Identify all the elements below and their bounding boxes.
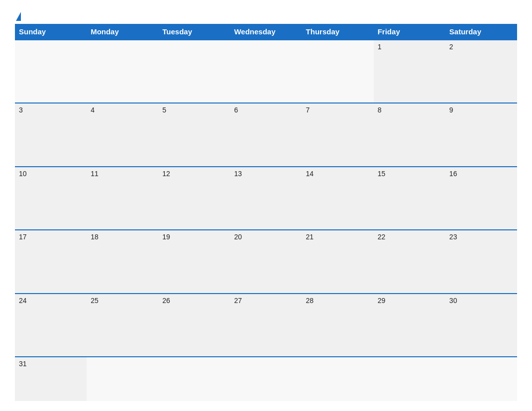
day-number: 16 xyxy=(449,170,513,178)
day-number: 28 xyxy=(306,297,370,305)
day-cell: 10 xyxy=(15,167,87,229)
day-cell: 17 xyxy=(15,230,87,293)
weeks-container: 1234567891011121314151617181920212223242… xyxy=(15,39,517,401)
day-number: 10 xyxy=(19,170,83,178)
day-cell: 8 xyxy=(374,103,445,166)
day-header-saturday: Saturday xyxy=(445,24,517,39)
week-row-1: 3456789 xyxy=(15,103,517,166)
day-cell xyxy=(15,40,87,103)
week-row-2: 10111213141516 xyxy=(15,166,517,229)
day-cell: 4 xyxy=(87,103,158,166)
day-cell: 19 xyxy=(158,230,230,293)
week-row-5: 31 xyxy=(15,356,517,401)
day-cell: 9 xyxy=(445,103,517,166)
day-cell: 21 xyxy=(302,230,374,293)
day-cell: 13 xyxy=(230,167,302,229)
day-headers-row: SundayMondayTuesdayWednesdayThursdayFrid… xyxy=(15,24,517,39)
day-number: 24 xyxy=(19,297,83,305)
day-header-monday: Monday xyxy=(87,24,158,39)
day-header-sunday: Sunday xyxy=(15,24,87,39)
day-number: 14 xyxy=(306,170,370,178)
day-cell xyxy=(445,357,517,401)
logo xyxy=(15,12,21,19)
day-cell: 22 xyxy=(374,230,445,293)
logo-top xyxy=(15,12,21,21)
day-number: 3 xyxy=(19,106,83,114)
calendar-page: SundayMondayTuesdayWednesdayThursdayFrid… xyxy=(0,0,532,411)
day-cell: 16 xyxy=(445,167,517,229)
day-cell xyxy=(87,40,158,103)
day-cell: 23 xyxy=(445,230,517,293)
day-number: 31 xyxy=(19,360,83,368)
day-cell xyxy=(158,357,230,401)
day-cell: 24 xyxy=(15,294,87,356)
day-cell: 14 xyxy=(302,167,374,229)
day-number: 1 xyxy=(378,43,441,51)
day-cell xyxy=(230,357,302,401)
day-cell: 3 xyxy=(15,103,87,166)
day-cell: 7 xyxy=(302,103,374,166)
day-number: 21 xyxy=(306,233,370,241)
day-number: 22 xyxy=(378,233,441,241)
day-cell xyxy=(87,357,158,401)
day-header-thursday: Thursday xyxy=(302,24,374,39)
day-number: 2 xyxy=(449,43,513,51)
day-cell: 2 xyxy=(445,40,517,103)
day-number: 20 xyxy=(234,233,298,241)
day-cell: 11 xyxy=(87,167,158,229)
day-cell: 15 xyxy=(374,167,445,229)
day-cell: 12 xyxy=(158,167,230,229)
day-cell: 18 xyxy=(87,230,158,293)
day-number: 17 xyxy=(19,233,83,241)
day-number: 15 xyxy=(378,170,441,178)
day-header-tuesday: Tuesday xyxy=(158,24,230,39)
day-cell xyxy=(302,40,374,103)
logo-triangle-icon xyxy=(16,12,21,21)
day-header-wednesday: Wednesday xyxy=(230,24,302,39)
week-row-3: 17181920212223 xyxy=(15,229,517,293)
day-cell: 1 xyxy=(374,40,445,103)
day-number: 4 xyxy=(91,106,154,114)
day-number: 12 xyxy=(162,170,226,178)
day-cell: 6 xyxy=(230,103,302,166)
day-number: 19 xyxy=(162,233,226,241)
day-number: 30 xyxy=(449,297,513,305)
day-cell: 29 xyxy=(374,294,445,356)
day-cell: 31 xyxy=(15,357,87,401)
day-cell: 30 xyxy=(445,294,517,356)
week-row-0: 12 xyxy=(15,39,517,103)
day-number: 11 xyxy=(91,170,154,178)
header xyxy=(15,10,517,19)
day-number: 5 xyxy=(162,106,226,114)
day-number: 27 xyxy=(234,297,298,305)
day-cell: 25 xyxy=(87,294,158,356)
day-number: 23 xyxy=(449,233,513,241)
day-cell: 20 xyxy=(230,230,302,293)
day-number: 29 xyxy=(378,297,441,305)
day-cell xyxy=(158,40,230,103)
day-cell: 5 xyxy=(158,103,230,166)
day-cell: 28 xyxy=(302,294,374,356)
day-cell: 26 xyxy=(158,294,230,356)
day-number: 8 xyxy=(378,106,441,114)
day-number: 18 xyxy=(91,233,154,241)
day-cell xyxy=(230,40,302,103)
day-number: 25 xyxy=(91,297,154,305)
day-number: 6 xyxy=(234,106,298,114)
day-number: 7 xyxy=(306,106,370,114)
day-header-friday: Friday xyxy=(374,24,445,39)
week-row-4: 24252627282930 xyxy=(15,293,517,356)
day-number: 9 xyxy=(449,106,513,114)
day-cell xyxy=(302,357,374,401)
day-number: 13 xyxy=(234,170,298,178)
day-cell: 27 xyxy=(230,294,302,356)
day-number: 26 xyxy=(162,297,226,305)
day-cell xyxy=(374,357,445,401)
calendar: SundayMondayTuesdayWednesdayThursdayFrid… xyxy=(15,24,517,401)
